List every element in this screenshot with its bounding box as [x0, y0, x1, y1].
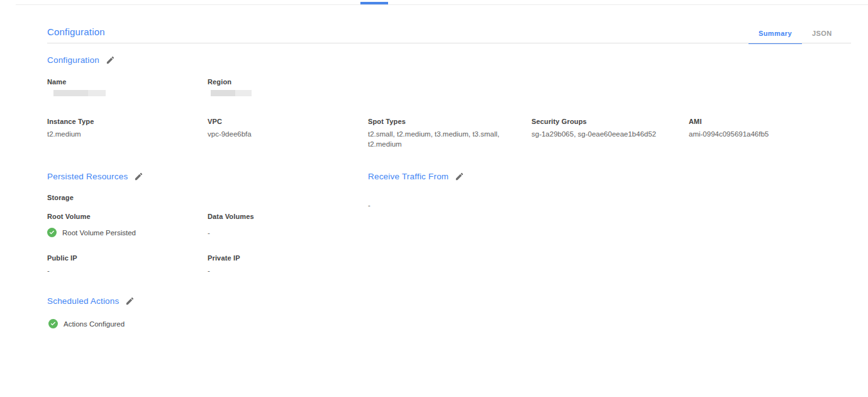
field-region: Region	[208, 78, 252, 96]
field-public-ip-value: -	[47, 266, 77, 276]
field-public-ip: Public IP -	[47, 254, 77, 276]
field-instance-type-label: Instance Type	[47, 118, 94, 125]
scheduled-actions-status: Actions Configured	[48, 319, 125, 328]
edit-configuration-button[interactable]	[106, 55, 115, 65]
field-spot-types: Spot Types t2.small, t2.medium, t3.mediu…	[368, 118, 514, 149]
pencil-icon	[134, 172, 143, 181]
data-volumes-value: -	[208, 229, 210, 237]
pencil-icon	[125, 296, 135, 306]
section-persisted-resources-header: Persisted Resources	[47, 172, 143, 181]
field-region-redacted-value	[211, 90, 252, 96]
check-circle-icon	[47, 228, 57, 237]
section-scheduled-actions-title: Scheduled Actions	[47, 296, 119, 306]
field-region-label: Region	[208, 78, 252, 86]
field-spot-types-label: Spot Types	[368, 118, 514, 125]
section-configuration-header: Configuration	[47, 55, 115, 65]
subsection-storage-label: Storage	[47, 194, 74, 201]
field-instance-type: Instance Type t2.medium	[47, 118, 94, 140]
root-volume-status: Root Volume Persisted	[47, 228, 136, 237]
section-scheduled-actions-header: Scheduled Actions	[47, 296, 135, 306]
field-security-groups: Security Groups sg-1a29b065, sg-0eae60ee…	[531, 118, 682, 140]
field-spot-types-value: t2.small, t2.medium, t3.medium, t3.small…	[368, 130, 514, 149]
section-receive-traffic-header: Receive Traffic From	[368, 172, 464, 181]
subsection-storage: Storage	[47, 194, 74, 201]
field-vpc-value: vpc-9dee6bfa	[208, 130, 252, 140]
field-data-volumes: Data Volumes	[208, 213, 254, 220]
header-divider	[47, 43, 851, 43]
scheduled-actions-status-text: Actions Configured	[64, 320, 125, 328]
top-active-tab-indicator	[360, 2, 388, 4]
section-receive-traffic-title: Receive Traffic From	[368, 172, 448, 181]
view-tabs: Summary JSON	[748, 24, 842, 44]
pencil-icon	[455, 172, 464, 181]
field-instance-type-value: t2.medium	[47, 130, 94, 140]
field-private-ip-label: Private IP	[208, 254, 240, 262]
pencil-icon	[106, 55, 115, 65]
edit-persisted-resources-button[interactable]	[134, 172, 143, 181]
tab-summary[interactable]: Summary	[748, 24, 802, 44]
receive-traffic-value: -	[368, 201, 370, 209]
field-security-groups-label: Security Groups	[531, 118, 682, 125]
top-tabbar-divider	[16, 4, 868, 5]
page-title: Configuration	[47, 26, 105, 37]
tab-json[interactable]: JSON	[802, 24, 842, 44]
field-ami: AMI ami-0994c095691a46fb5	[689, 118, 769, 140]
field-security-groups-value: sg-1a29b065, sg-0eae60eeae1b46d52	[531, 130, 682, 140]
field-name-redacted-value	[53, 90, 106, 96]
field-public-ip-label: Public IP	[47, 254, 77, 262]
field-root-volume-label: Root Volume	[47, 213, 91, 220]
field-name-label: Name	[47, 78, 106, 86]
field-vpc-label: VPC	[208, 118, 252, 125]
section-persisted-resources-title: Persisted Resources	[47, 172, 128, 181]
field-ami-label: AMI	[689, 118, 769, 125]
field-root-volume: Root Volume	[47, 213, 91, 220]
root-volume-status-text: Root Volume Persisted	[62, 229, 136, 237]
field-vpc: VPC vpc-9dee6bfa	[208, 118, 252, 140]
edit-scheduled-actions-button[interactable]	[125, 296, 135, 306]
field-private-ip-value: -	[208, 266, 240, 276]
field-private-ip: Private IP -	[208, 254, 240, 276]
field-name: Name	[47, 78, 106, 96]
section-configuration-title: Configuration	[47, 55, 99, 65]
page: Configuration Summary JSON Configuration…	[0, 0, 868, 397]
check-circle-icon	[48, 319, 58, 328]
field-data-volumes-label: Data Volumes	[208, 213, 254, 220]
edit-receive-traffic-button[interactable]	[455, 172, 464, 181]
field-ami-value: ami-0994c095691a46fb5	[689, 130, 769, 140]
